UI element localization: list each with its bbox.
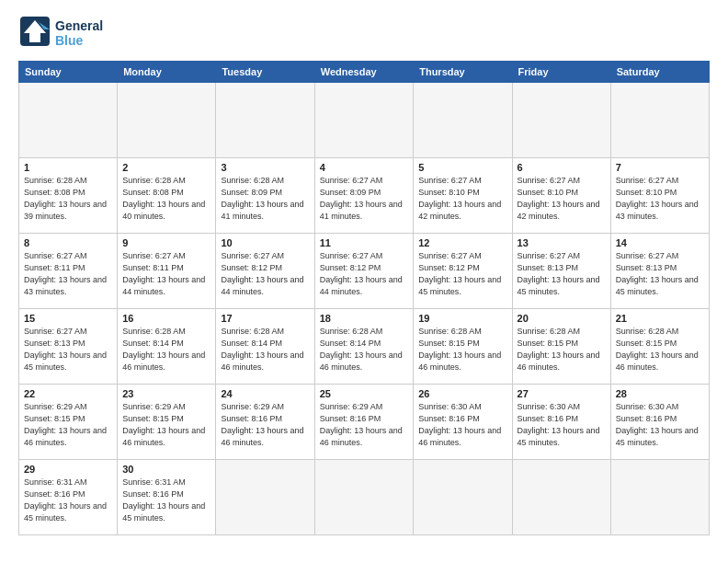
day-number: 20	[518, 313, 606, 324]
day-info: Sunrise: 6:31 AMSunset: 8:16 PMDaylight:…	[24, 477, 107, 523]
calendar-cell: 15 Sunrise: 6:27 AMSunset: 8:13 PMDaylig…	[19, 309, 118, 385]
day-info: Sunrise: 6:28 AMSunset: 8:15 PMDaylight:…	[518, 327, 600, 372]
day-number: 25	[320, 388, 409, 399]
day-info: Sunrise: 6:27 AMSunset: 8:11 PMDaylight:…	[122, 251, 205, 296]
calendar-cell: 1 Sunrise: 6:28 AMSunset: 8:08 PMDayligh…	[19, 158, 118, 234]
day-info: Sunrise: 6:29 AMSunset: 8:15 PMDaylight:…	[122, 402, 205, 447]
calendar-cell	[512, 460, 610, 535]
day-info: Sunrise: 6:28 AMSunset: 8:15 PMDaylight:…	[418, 327, 501, 372]
calendar-cell: 22 Sunrise: 6:29 AMSunset: 8:15 PMDaylig…	[19, 385, 118, 460]
day-number: 3	[221, 162, 309, 173]
calendar-cell: 25 Sunrise: 6:29 AMSunset: 8:16 PMDaylig…	[314, 385, 414, 460]
col-wednesday: Wednesday	[314, 62, 414, 83]
calendar-cell: 30 Sunrise: 6:31 AMSunset: 8:16 PMDaylig…	[118, 460, 216, 535]
day-number: 14	[616, 237, 704, 248]
calendar-table: Sunday Monday Tuesday Wednesday Thursday…	[18, 61, 710, 535]
calendar-cell: 6 Sunrise: 6:27 AMSunset: 8:10 PMDayligh…	[512, 158, 610, 234]
calendar-cell: 13 Sunrise: 6:27 AMSunset: 8:13 PMDaylig…	[512, 234, 610, 309]
day-info: Sunrise: 6:27 AMSunset: 8:09 PMDaylight:…	[320, 176, 403, 221]
calendar-cell: 27 Sunrise: 6:30 AMSunset: 8:16 PMDaylig…	[512, 385, 610, 460]
day-info: Sunrise: 6:28 AMSunset: 8:08 PMDaylight:…	[24, 176, 107, 221]
calendar-week-row: 22 Sunrise: 6:29 AMSunset: 8:15 PMDaylig…	[19, 385, 710, 460]
day-number: 23	[122, 388, 210, 399]
calendar-cell: 11 Sunrise: 6:27 AMSunset: 8:12 PMDaylig…	[314, 234, 414, 309]
day-number: 12	[418, 237, 506, 248]
day-info: Sunrise: 6:28 AMSunset: 8:14 PMDaylight:…	[122, 327, 205, 372]
day-number: 17	[221, 313, 309, 324]
col-friday: Friday	[512, 62, 610, 83]
day-info: Sunrise: 6:27 AMSunset: 8:11 PMDaylight:…	[24, 251, 107, 296]
day-info: Sunrise: 6:28 AMSunset: 8:15 PMDaylight:…	[616, 327, 699, 372]
logo-general: General	[55, 18, 103, 33]
day-number: 30	[122, 464, 210, 475]
calendar-cell	[314, 460, 414, 535]
calendar-cell: 21 Sunrise: 6:28 AMSunset: 8:15 PMDaylig…	[610, 309, 709, 385]
day-number: 26	[418, 388, 506, 399]
day-number: 28	[616, 388, 704, 399]
day-number: 27	[518, 388, 606, 399]
calendar-cell: 5 Sunrise: 6:27 AMSunset: 8:10 PMDayligh…	[414, 158, 512, 234]
day-info: Sunrise: 6:28 AMSunset: 8:14 PMDaylight:…	[320, 327, 403, 372]
day-info: Sunrise: 6:27 AMSunset: 8:12 PMDaylight:…	[221, 251, 303, 296]
header: General Blue	[18, 15, 710, 52]
day-info: Sunrise: 6:27 AMSunset: 8:10 PMDaylight:…	[418, 176, 501, 221]
day-number: 16	[122, 313, 210, 324]
logo-icon	[18, 15, 51, 48]
day-number: 24	[221, 388, 309, 399]
calendar-cell: 23 Sunrise: 6:29 AMSunset: 8:15 PMDaylig…	[118, 385, 216, 460]
calendar-cell	[216, 460, 314, 535]
logo-blue: Blue	[55, 33, 103, 48]
calendar-cell: 18 Sunrise: 6:28 AMSunset: 8:14 PMDaylig…	[314, 309, 414, 385]
calendar-cell: 16 Sunrise: 6:28 AMSunset: 8:14 PMDaylig…	[118, 309, 216, 385]
calendar-cell	[216, 83, 314, 158]
calendar-week-row: 1 Sunrise: 6:28 AMSunset: 8:08 PMDayligh…	[19, 158, 710, 234]
day-number: 4	[320, 162, 409, 173]
day-info: Sunrise: 6:30 AMSunset: 8:16 PMDaylight:…	[616, 402, 699, 447]
calendar-cell	[314, 83, 414, 158]
day-info: Sunrise: 6:29 AMSunset: 8:16 PMDaylight:…	[221, 402, 303, 447]
col-thursday: Thursday	[414, 62, 512, 83]
calendar-cell: 24 Sunrise: 6:29 AMSunset: 8:16 PMDaylig…	[216, 385, 314, 460]
day-number: 13	[518, 237, 606, 248]
calendar-cell: 12 Sunrise: 6:27 AMSunset: 8:12 PMDaylig…	[414, 234, 512, 309]
day-info: Sunrise: 6:29 AMSunset: 8:15 PMDaylight:…	[24, 402, 107, 447]
day-number: 7	[616, 162, 704, 173]
day-number: 18	[320, 313, 409, 324]
calendar-cell: 29 Sunrise: 6:31 AMSunset: 8:16 PMDaylig…	[19, 460, 118, 535]
calendar-cell: 4 Sunrise: 6:27 AMSunset: 8:09 PMDayligh…	[314, 158, 414, 234]
calendar-cell: 17 Sunrise: 6:28 AMSunset: 8:14 PMDaylig…	[216, 309, 314, 385]
day-number: 6	[518, 162, 606, 173]
day-info: Sunrise: 6:30 AMSunset: 8:16 PMDaylight:…	[518, 402, 600, 447]
day-info: Sunrise: 6:27 AMSunset: 8:12 PMDaylight:…	[320, 251, 403, 296]
day-number: 19	[418, 313, 506, 324]
col-saturday: Saturday	[610, 62, 709, 83]
calendar-cell	[512, 83, 610, 158]
day-number: 5	[418, 162, 506, 173]
day-info: Sunrise: 6:28 AMSunset: 8:14 PMDaylight:…	[221, 327, 303, 372]
day-number: 2	[122, 162, 210, 173]
calendar-week-row: 29 Sunrise: 6:31 AMSunset: 8:16 PMDaylig…	[19, 460, 710, 535]
calendar-cell	[19, 83, 118, 158]
day-number: 8	[24, 237, 112, 248]
calendar-cell: 14 Sunrise: 6:27 AMSunset: 8:13 PMDaylig…	[610, 234, 709, 309]
day-number: 29	[24, 464, 112, 475]
calendar-cell	[118, 83, 216, 158]
day-info: Sunrise: 6:31 AMSunset: 8:16 PMDaylight:…	[122, 477, 205, 523]
calendar-week-row	[19, 83, 710, 158]
logo: General Blue	[18, 15, 103, 52]
day-number: 15	[24, 313, 112, 324]
day-number: 10	[221, 237, 309, 248]
day-number: 21	[616, 313, 704, 324]
calendar-cell: 28 Sunrise: 6:30 AMSunset: 8:16 PMDaylig…	[610, 385, 709, 460]
calendar-cell: 3 Sunrise: 6:28 AMSunset: 8:09 PMDayligh…	[216, 158, 314, 234]
day-info: Sunrise: 6:27 AMSunset: 8:10 PMDaylight:…	[518, 176, 600, 221]
day-number: 9	[122, 237, 210, 248]
calendar-week-row: 8 Sunrise: 6:27 AMSunset: 8:11 PMDayligh…	[19, 234, 710, 309]
calendar-header-row: Sunday Monday Tuesday Wednesday Thursday…	[19, 62, 710, 83]
col-sunday: Sunday	[19, 62, 118, 83]
calendar-cell: 8 Sunrise: 6:27 AMSunset: 8:11 PMDayligh…	[19, 234, 118, 309]
calendar-cell	[414, 83, 512, 158]
day-info: Sunrise: 6:27 AMSunset: 8:13 PMDaylight:…	[616, 251, 699, 296]
calendar-cell	[610, 460, 709, 535]
calendar-cell: 20 Sunrise: 6:28 AMSunset: 8:15 PMDaylig…	[512, 309, 610, 385]
